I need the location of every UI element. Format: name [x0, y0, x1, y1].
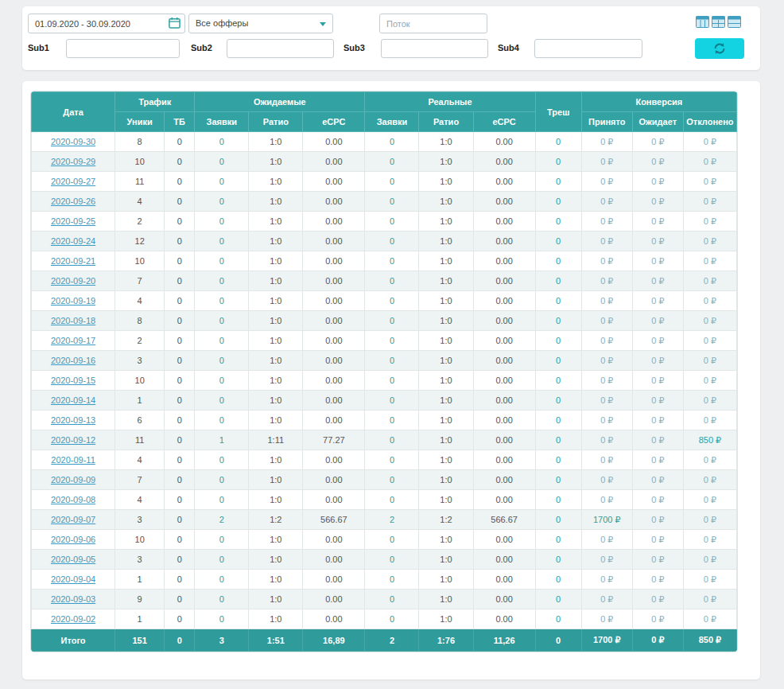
- date-link[interactable]: 2020-09-06: [51, 535, 95, 544]
- cell-tb: 0: [165, 510, 195, 530]
- col-header-real-ratio: Ратио: [419, 112, 473, 132]
- date-link[interactable]: 2020-09-16: [51, 356, 95, 365]
- cell-tb: 0: [165, 331, 195, 351]
- cell-real-ratio: 1:0: [419, 351, 473, 371]
- sub4-input[interactable]: [534, 39, 642, 58]
- cell-tb: 0: [165, 450, 195, 470]
- date-link[interactable]: 2020-09-24: [51, 236, 95, 246]
- cell-pending: 0 ₽: [632, 510, 683, 530]
- calendar-button[interactable]: [166, 17, 182, 31]
- cell-real-apps: 0: [365, 172, 419, 192]
- date-link[interactable]: 2020-09-08: [51, 495, 95, 504]
- date-link[interactable]: 2020-09-19: [51, 296, 95, 306]
- cell-trash: 0: [535, 232, 581, 251]
- cell-accepted: 0 ₽: [581, 232, 632, 251]
- cell-expected-ecpc: 0.00: [303, 152, 365, 172]
- date-link[interactable]: 2020-09-20: [51, 276, 95, 286]
- cell-expected-ratio: 1:0: [249, 271, 303, 291]
- offers-select[interactable]: Все офферы: [188, 14, 333, 33]
- cell-uniques: 10: [115, 371, 165, 391]
- cell-real-ratio: 1:0: [419, 232, 473, 251]
- total-trash: 0: [535, 629, 581, 652]
- cell-real-apps: 0: [365, 590, 419, 609]
- cell-uniques: 1: [115, 570, 165, 590]
- cell-expected-apps: 0: [195, 450, 249, 470]
- cell-uniques: 4: [115, 291, 165, 311]
- cell-declined: 0 ₽: [683, 411, 736, 430]
- date-link[interactable]: 2020-09-21: [51, 256, 95, 266]
- cell-uniques: 11: [115, 430, 165, 450]
- cell-uniques: 8: [115, 132, 165, 152]
- cell-trash: 0: [535, 530, 581, 550]
- sub2-input[interactable]: [227, 39, 334, 58]
- cell-expected-ecpc: 0.00: [303, 470, 365, 490]
- cell-expected-apps: 0: [195, 590, 249, 609]
- cell-expected-ecpc: 0.00: [303, 311, 365, 331]
- table-view-icon-1[interactable]: [696, 16, 709, 28]
- cell-real-ratio: 1:0: [419, 570, 473, 590]
- cell-pending: 0 ₽: [632, 609, 683, 629]
- date-link[interactable]: 2020-09-04: [51, 574, 95, 584]
- cell-expected-ecpc: 0.00: [303, 391, 365, 411]
- cell-real-ecpc: 0.00: [473, 311, 535, 331]
- date-link[interactable]: 2020-09-14: [51, 395, 95, 405]
- sub1-input[interactable]: [66, 39, 180, 58]
- date-link[interactable]: 2020-09-15: [51, 376, 95, 385]
- sub3-input[interactable]: [381, 39, 488, 58]
- cell-real-ecpc: 0.00: [473, 132, 535, 152]
- date-link[interactable]: 2020-09-17: [51, 336, 95, 345]
- date-link[interactable]: 2020-09-07: [51, 515, 95, 524]
- table-body: 2020-09-308001:00.0001:00.0000 ₽0 ₽0 ₽20…: [32, 132, 737, 629]
- filters-panel: Все офферы: [22, 6, 760, 70]
- cell-uniques: 3: [115, 351, 165, 371]
- date-link[interactable]: 2020-09-05: [51, 555, 95, 564]
- cell-real-ecpc: 0.00: [473, 411, 535, 430]
- cell-expected-ratio: 1:0: [249, 132, 303, 152]
- date-range-input[interactable]: [28, 14, 185, 33]
- cell-trash: 0: [535, 470, 581, 490]
- date-link[interactable]: 2020-09-12: [51, 435, 95, 445]
- cell-real-ratio: 1:0: [419, 430, 473, 450]
- cell-trash: 0: [535, 510, 581, 530]
- cell-declined: 0 ₽: [683, 510, 736, 530]
- cell-uniques: 1: [115, 391, 165, 411]
- table-view-icon-3[interactable]: [728, 16, 741, 28]
- stream-input[interactable]: [379, 14, 487, 33]
- cell-accepted: 0 ₽: [581, 371, 632, 391]
- date-link[interactable]: 2020-09-25: [51, 216, 95, 226]
- date-link[interactable]: 2020-09-13: [51, 415, 95, 425]
- date-link[interactable]: 2020-09-26: [51, 197, 95, 206]
- total-expected-ecpc: 16,89: [303, 629, 365, 652]
- cell-date: 2020-09-13: [32, 411, 115, 430]
- date-link[interactable]: 2020-09-30: [51, 137, 95, 146]
- cell-expected-ecpc: 0.00: [303, 291, 365, 311]
- cell-declined: 0 ₽: [683, 311, 736, 331]
- cell-uniques: 2: [115, 212, 165, 232]
- table-row: 2020-09-141001:00.0001:00.0000 ₽0 ₽0 ₽: [32, 391, 737, 411]
- table-view-icon-2[interactable]: [712, 16, 725, 28]
- cell-real-apps: 2: [365, 510, 419, 530]
- date-link[interactable]: 2020-09-11: [51, 455, 95, 465]
- total-real-ecpc: 11,26: [473, 629, 535, 652]
- cell-uniques: 12: [115, 232, 165, 251]
- cell-declined: 0 ₽: [683, 331, 736, 351]
- total-pending: 0 ₽: [632, 629, 683, 652]
- date-link[interactable]: 2020-09-03: [51, 594, 95, 604]
- date-link[interactable]: 2020-09-18: [51, 316, 95, 325]
- table-row: 2020-09-172001:00.0001:00.0000 ₽0 ₽0 ₽: [32, 331, 737, 351]
- total-tb: 0: [165, 629, 195, 652]
- date-link[interactable]: 2020-09-27: [51, 177, 95, 186]
- date-link[interactable]: 2020-09-02: [51, 614, 95, 624]
- refresh-button[interactable]: [695, 38, 744, 59]
- cell-tb: 0: [165, 609, 195, 629]
- cell-date: 2020-09-25: [32, 212, 115, 232]
- cell-tb: 0: [165, 430, 195, 450]
- date-link[interactable]: 2020-09-09: [51, 475, 95, 485]
- cell-real-ecpc: 0.00: [473, 470, 535, 490]
- cell-expected-apps: 0: [195, 371, 249, 391]
- date-link[interactable]: 2020-09-29: [51, 157, 95, 166]
- cell-expected-ecpc: 0.00: [303, 351, 365, 371]
- cell-real-apps: 0: [365, 351, 419, 371]
- cell-expected-ratio: 1:0: [249, 550, 303, 570]
- cell-real-apps: 0: [365, 331, 419, 351]
